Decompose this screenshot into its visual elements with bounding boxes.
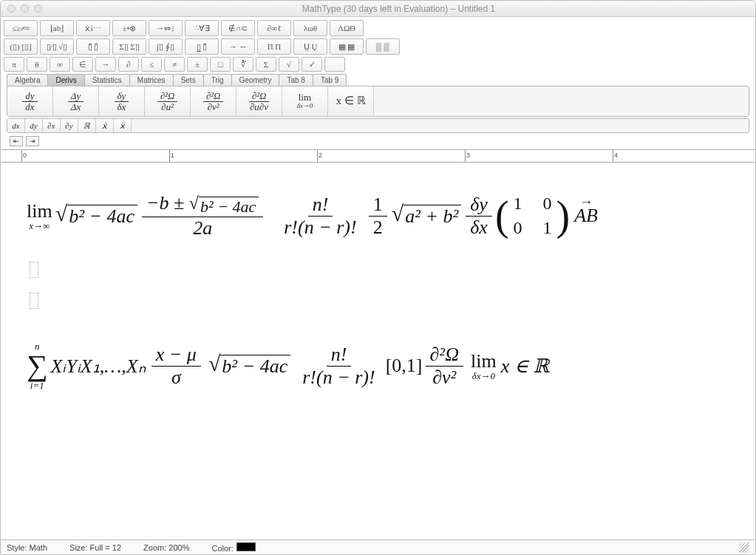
sum-lower: i=1 xyxy=(30,381,44,390)
equation-line-1[interactable]: limx→∞ √b² − 4ac −b ± √b² − 4ac 2a n! r!… xyxy=(27,192,598,239)
sb-py[interactable]: ∂y xyxy=(61,119,78,132)
palette-cell[interactable]: ⌊ab⌋ xyxy=(40,20,74,36)
sb-R[interactable]: ℝ xyxy=(78,119,96,132)
tab-statistics[interactable]: Statistics xyxy=(84,74,130,86)
ruler-mark: 4 xyxy=(614,151,618,159)
quad-num-pre: −b ± xyxy=(146,192,184,214)
palette-cell[interactable]: → ↔ xyxy=(221,38,255,55)
ruler-mark: 2 xyxy=(319,151,322,159)
category-tabs: Algebra Derivs Statistics Matrices Sets … xyxy=(4,74,752,86)
sb-px[interactable]: ∂x xyxy=(43,119,61,132)
palette-cell[interactable]: π xyxy=(4,57,24,72)
palette-cell[interactable] xyxy=(324,57,345,72)
sb-xdot[interactable]: ẋ xyxy=(96,119,114,132)
window-title: MathType (30 days left in Evaluation) – … xyxy=(42,4,755,14)
tab-trig[interactable]: Trig xyxy=(203,74,232,86)
palette-cell[interactable]: ∂ xyxy=(118,57,139,72)
sigma-icon: ∑ xyxy=(27,351,48,381)
status-zoom-value[interactable]: 200% xyxy=(168,543,189,552)
half-num: 1 xyxy=(369,194,387,217)
deriv-partial-u2[interactable]: ∂²Ω∂u² xyxy=(145,86,191,116)
empty-slot[interactable] xyxy=(30,293,38,309)
palette-cell[interactable]: ∞ xyxy=(50,57,70,72)
palette-cell[interactable]: →⇔↓ xyxy=(149,20,183,36)
palette-cell[interactable]: ≤≥≠≈ xyxy=(4,20,38,36)
deriv-limit[interactable]: limδx→0 xyxy=(282,86,328,116)
zoom-icon[interactable] xyxy=(34,4,42,13)
radical-icon: √ xyxy=(55,205,67,222)
tab-algebra[interactable]: Algebra xyxy=(7,74,48,86)
resize-grip-icon[interactable] xyxy=(739,542,749,553)
palette-cell[interactable]: ≤ xyxy=(141,57,162,72)
sb-dx[interactable]: dx xyxy=(7,119,25,132)
tab-sets[interactable]: Sets xyxy=(173,74,204,86)
color-swatch[interactable] xyxy=(236,542,256,551)
nudge-controls: ⇤ ⇥ xyxy=(4,135,752,148)
binom-den: r!(n − r)! xyxy=(279,217,361,239)
deriv-partial-v2[interactable]: ∂²Ω∂v² xyxy=(191,86,236,116)
palette-cell[interactable]: ▒ ▒ xyxy=(366,38,400,55)
quad-den: 2a xyxy=(188,217,217,239)
palette-cell[interactable]: ± xyxy=(187,57,208,72)
palette-cell[interactable]: ẋï⋯ xyxy=(76,20,110,36)
deriv-partial-uv[interactable]: ∂²Ω∂u∂v xyxy=(236,86,282,116)
equation-editor[interactable]: limx→∞ √b² − 4ac −b ± √b² − 4ac 2a n! r!… xyxy=(8,178,748,537)
tab-derivs[interactable]: Derivs xyxy=(47,74,84,86)
palette-cell[interactable]: ΛΩΘ xyxy=(330,20,364,36)
tab-geometry[interactable]: Geometry xyxy=(231,74,280,86)
palette-cell[interactable]: Σ▯ Σ▯ xyxy=(112,38,146,55)
tab-8[interactable]: Tab 8 xyxy=(279,74,313,86)
palette-cell[interactable]: ∂∞ℓ xyxy=(257,20,291,36)
tab-9[interactable]: Tab 9 xyxy=(313,74,347,86)
ruler[interactable]: 0 1 2 3 4 xyxy=(1,149,755,163)
partial2-den: ∂v² xyxy=(428,367,460,389)
binom-num: n! xyxy=(308,194,333,217)
status-size-value[interactable]: Full = 12 xyxy=(90,543,122,552)
palette-cell[interactable]: ▯̄ ▯̂ xyxy=(76,38,110,55)
empty-slot[interactable] xyxy=(30,262,38,278)
status-size-label: Size: xyxy=(69,543,87,552)
palette-cell[interactable]: Π Π xyxy=(257,38,291,55)
palette-cell[interactable]: ▯̲ ▯̄ xyxy=(185,38,219,55)
palette-cell[interactable]: ∛ xyxy=(233,57,253,72)
palette-cell[interactable]: ▯⁄▯ √▯ xyxy=(40,38,74,55)
deriv-dy-dx[interactable]: dydx xyxy=(7,86,53,116)
sb-dy[interactable]: dy xyxy=(25,119,43,132)
lim-sub: x→∞ xyxy=(29,221,50,231)
ruler-mark: 1 xyxy=(171,151,174,159)
palette-cell[interactable]: ▦ ▦ xyxy=(330,38,364,55)
status-style-label: Style: xyxy=(7,543,27,552)
palette-cell[interactable]: √ xyxy=(279,57,299,72)
palette-cell[interactable]: (▯) [▯] xyxy=(4,38,38,55)
palette-cell[interactable]: ∈ xyxy=(72,57,93,72)
deriv-little-delta[interactable]: δyδx xyxy=(99,86,145,116)
palette-cell[interactable]: ∴∀∃ xyxy=(185,20,219,36)
palette-cell[interactable]: ∫▯ ∮▯ xyxy=(149,38,183,55)
palette-cell[interactable]: ±•⊗ xyxy=(112,20,146,36)
tab-matrices[interactable]: Matrices xyxy=(129,74,174,86)
nudge-right-icon[interactable]: ⇥ xyxy=(26,136,39,146)
close-icon[interactable] xyxy=(7,4,16,13)
palette-cell[interactable]: λωθ xyxy=(293,20,327,36)
sb-xddot[interactable]: ẍ xyxy=(114,119,132,132)
quad-inner: b² − 4ac xyxy=(199,197,259,217)
equation-line-2[interactable]: n∑i=1 XᵢYᵢX₁,…,Xₙ x − μ σ √b² − 4ac n! r… xyxy=(27,341,549,390)
palette-cell[interactable]: Σ xyxy=(256,57,276,72)
palette-cell[interactable]: □ xyxy=(210,57,231,72)
ruler-mark: 3 xyxy=(466,151,470,159)
z-num: x − μ xyxy=(151,344,201,367)
nudge-left-icon[interactable]: ⇤ xyxy=(10,136,23,146)
deriv-x-in-r[interactable]: x ∈ ℝ xyxy=(328,86,374,116)
deriv-delta[interactable]: ΔyΔx xyxy=(53,86,99,116)
right-paren-icon: ) xyxy=(556,200,571,233)
binom2-den: r!(n − r)! xyxy=(298,367,379,389)
palette-cell[interactable]: ✓ xyxy=(302,57,322,72)
status-style-value[interactable]: Math xyxy=(30,543,47,552)
palette-cell[interactable]: Ṳ Ų xyxy=(293,38,327,55)
palette-cell[interactable]: → xyxy=(95,57,116,72)
palette-cell[interactable]: ≠ xyxy=(164,57,185,72)
palette-cell[interactable]: ∉∩⊂ xyxy=(221,20,255,36)
palette-cell[interactable]: θ xyxy=(27,57,47,72)
half-den: 2 xyxy=(369,217,387,239)
minimize-icon[interactable] xyxy=(21,4,29,13)
